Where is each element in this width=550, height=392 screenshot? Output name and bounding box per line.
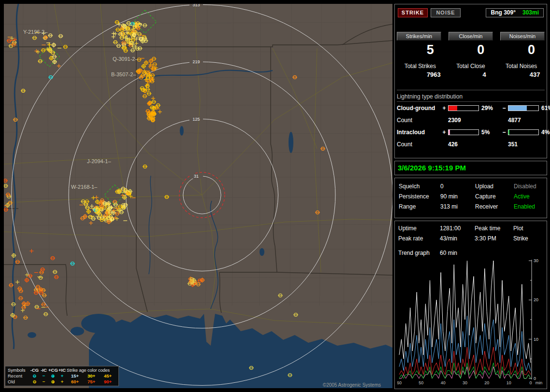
strike-symbol xyxy=(91,196,95,200)
strike-symbol xyxy=(81,200,86,203)
svg-text:50: 50 xyxy=(419,380,423,385)
map-legend: Symbols-CG-IC+CG+ICStrike age color code… xyxy=(5,366,119,386)
minus-sign: − xyxy=(500,129,508,136)
strike-symbol xyxy=(116,28,120,31)
trend-series--IC xyxy=(399,367,531,378)
strike-symbol xyxy=(113,41,118,44)
cloud-ground-count-row: Count 2309 4877 xyxy=(395,114,547,126)
trend-graph-label: Trend graph xyxy=(398,248,440,258)
rate-value-row: 5 0 0 xyxy=(395,42,547,57)
strike-symbol xyxy=(24,278,29,282)
legend-type-header: -IC xyxy=(39,367,48,373)
strike-symbol xyxy=(29,249,33,253)
svg-text:0: 0 xyxy=(529,380,532,385)
legend-symbol: − xyxy=(39,379,48,385)
strike-symbol xyxy=(146,92,151,95)
road-layer xyxy=(4,4,392,326)
legend-symbols-header: Symbols xyxy=(8,367,30,373)
noise-mode-button[interactable]: NOISE xyxy=(431,8,461,17)
strike-symbol xyxy=(132,32,137,37)
strike-symbol xyxy=(143,165,147,168)
close-per-min-button[interactable]: Close/min xyxy=(449,32,493,41)
strike-symbol xyxy=(278,294,283,297)
range-value: 313 mi xyxy=(440,202,475,212)
ring-labels: 31125219313 xyxy=(189,4,203,179)
strike-symbol xyxy=(43,312,48,316)
legend-type-header: +CG xyxy=(48,367,58,373)
total-noises-value: 437 xyxy=(496,71,547,78)
trend-graph-value: 60 min xyxy=(440,248,543,258)
legend-row-label: Old xyxy=(8,379,30,385)
strike-symbol xyxy=(119,210,124,214)
strike-symbol xyxy=(21,306,26,309)
strike-symbol xyxy=(130,49,135,52)
legend-age-code: 30+ xyxy=(83,373,100,379)
persistence-label: Persistence xyxy=(399,192,440,202)
cg-positive-pct: 29% xyxy=(479,105,500,112)
strike-symbol xyxy=(18,296,23,300)
strike-symbol xyxy=(115,217,119,221)
strike-symbol xyxy=(15,280,19,284)
strike-symbol xyxy=(26,301,30,306)
legend-age-code: 45+ xyxy=(100,373,116,379)
lightning-map[interactable]: 31125219313Y-2196-2–Q-3091-2–B-3507-2–J-… xyxy=(4,4,392,388)
count-label: Count xyxy=(397,117,440,124)
strike-symbol xyxy=(320,147,325,151)
legend-age-header: Strike age color codes xyxy=(67,367,116,373)
status-row: Uptime 1281:00 Peak time Plot xyxy=(397,224,544,234)
legend-age-code: 60+ xyxy=(67,379,83,385)
strike-symbol xyxy=(57,64,61,68)
svg-text:Y-2196-2–: Y-2196-2– xyxy=(23,29,48,35)
sidebar: STRIKE NOISE Bng 309° 303mi Strikes/min … xyxy=(394,4,547,389)
strike-mode-button[interactable]: STRIKE xyxy=(398,8,428,17)
ic-negative-pct: 4% xyxy=(539,129,550,136)
ic-negative-count: 351 xyxy=(508,141,539,148)
svg-text:40: 40 xyxy=(441,380,446,385)
legend-type-header: +IC xyxy=(58,367,67,373)
total-value-row: 7963 4 437 xyxy=(395,71,547,78)
strike-symbol xyxy=(112,31,116,35)
svg-text:125: 125 xyxy=(192,117,200,122)
total-label-row: Total Strikes Total Close Total Noises xyxy=(395,63,547,70)
legend-symbol: ⊖ xyxy=(30,379,39,385)
strike-symbol xyxy=(158,110,162,114)
status-row: Peak rate 43/min 3:30 PM Strike xyxy=(397,234,544,244)
uptime-value: 1281:00 xyxy=(440,224,475,234)
uptime-label: Uptime xyxy=(398,224,440,234)
strikes-per-min-button[interactable]: Strikes/min xyxy=(397,32,441,41)
total-close-label: Total Close xyxy=(446,63,496,70)
rivers xyxy=(12,4,273,349)
svg-text:W-2168-1–: W-2168-1– xyxy=(71,184,98,190)
strike-symbol xyxy=(21,89,26,93)
legend-symbol: + xyxy=(58,379,67,385)
plot-label: Plot xyxy=(513,224,543,234)
legend-row-label: Recent xyxy=(8,373,30,379)
strike-symbol xyxy=(54,276,59,279)
strike-symbol xyxy=(70,262,75,266)
ic-negative-bar xyxy=(508,129,539,135)
plus-sign: + xyxy=(440,105,448,112)
rate-header-row: Strikes/min Close/min Noises/min xyxy=(395,32,547,41)
range-label: Range xyxy=(399,202,440,212)
strike-symbol xyxy=(152,63,157,66)
svg-text:20: 20 xyxy=(534,297,538,302)
strike-symbol xyxy=(23,316,28,319)
strike-symbol xyxy=(293,313,298,317)
cg-negative-count: 4877 xyxy=(508,117,539,124)
clock-panel: 3/6/2026 9:15:19 PM xyxy=(394,161,547,175)
squelch-label: Squelch xyxy=(399,182,440,192)
intracloud-row: Intracloud + 5% − 4% xyxy=(395,126,547,139)
cloud-ground-label: Cloud-ground xyxy=(397,105,440,112)
strike-symbol xyxy=(89,221,93,225)
strike-symbol xyxy=(34,305,39,308)
bearing-display: Bng 309° 303mi xyxy=(486,8,544,17)
strike-symbol xyxy=(112,209,116,212)
noises-per-min-button[interactable]: Noises/min xyxy=(500,32,545,41)
strike-symbol xyxy=(50,256,55,260)
map-canvas: 31125219313Y-2196-2–Q-3091-2–B-3507-2–J-… xyxy=(4,4,392,388)
strike-symbol xyxy=(80,217,85,220)
ic-positive-pct: 5% xyxy=(479,129,500,136)
strike-symbol xyxy=(4,179,8,182)
persistence-value: 90 min xyxy=(440,192,475,202)
svg-text:60: 60 xyxy=(397,380,402,385)
